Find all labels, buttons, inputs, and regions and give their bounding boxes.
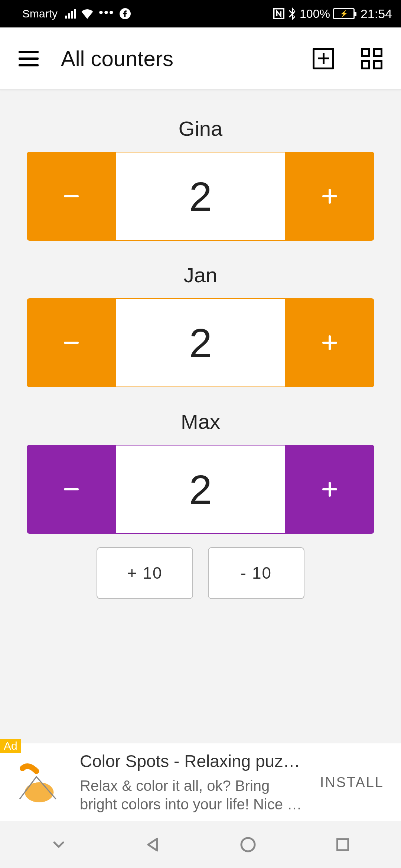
header-actions [313, 48, 382, 69]
ad-banner[interactable]: Ad Color Spots - Relaxing puzzle with d…… [0, 743, 401, 821]
battery-icon: ⚡ [333, 8, 355, 19]
counter-name: Jan [27, 263, 374, 287]
app-header: All counters [0, 27, 401, 90]
svg-rect-4 [337, 839, 348, 850]
ad-description: Relax & color it all, ok? Bring bright c… [80, 776, 307, 813]
nav-back-button[interactable] [142, 834, 164, 856]
counter-block: Jan 2 [27, 263, 374, 387]
increment-button[interactable] [285, 152, 374, 241]
decrement-button[interactable] [27, 445, 116, 534]
counter-row: 2 [27, 152, 374, 241]
counter-name: Max [27, 410, 374, 434]
minus-icon [64, 488, 79, 490]
keyboard-collapse-button[interactable] [48, 834, 70, 856]
counter-value[interactable]: 2 [116, 152, 285, 241]
step-buttons: + 10 - 10 [27, 547, 374, 599]
ad-badge: Ad [0, 739, 21, 753]
wifi-icon [81, 9, 94, 19]
facebook-icon [120, 8, 131, 19]
signal-icon [65, 9, 76, 19]
counter-value[interactable]: 2 [116, 445, 285, 534]
ad-install-button[interactable]: INSTALL [314, 775, 390, 790]
decrement-button[interactable] [27, 298, 116, 387]
counters-list: Gina 2 Jan 2 Max 2 + 10 - 10 [0, 90, 401, 599]
grid-view-button[interactable] [361, 48, 382, 69]
counter-value[interactable]: 2 [116, 298, 285, 387]
decrement-button[interactable] [27, 152, 116, 241]
nfc-icon [273, 8, 285, 20]
counter-block: Max 2 + 10 - 10 [27, 410, 374, 599]
battery-percentage: 100% [300, 7, 330, 21]
nav-home-button[interactable] [237, 834, 259, 856]
status-right: 100% ⚡ 21:54 [273, 7, 392, 21]
plus-icon [322, 482, 337, 497]
android-nav-bar [0, 821, 401, 868]
add-counter-button[interactable] [313, 48, 334, 69]
ad-title: Color Spots - Relaxing puzzle with d… [80, 751, 307, 771]
plus-icon [322, 189, 337, 204]
counter-block: Gina 2 [27, 116, 374, 241]
carrier-label: Smarty [22, 7, 58, 20]
minus-ten-button[interactable]: - 10 [208, 547, 304, 599]
bluetooth-icon [288, 7, 297, 20]
plus-icon [322, 335, 337, 350]
increment-button[interactable] [285, 445, 374, 534]
nav-recent-button[interactable] [332, 834, 354, 856]
increment-button[interactable] [285, 298, 374, 387]
status-left: Smarty ••• [22, 7, 131, 20]
ad-text: Color Spots - Relaxing puzzle with d… Re… [72, 751, 314, 813]
svg-point-3 [241, 838, 255, 851]
plus-ten-button[interactable]: + 10 [97, 547, 193, 599]
menu-icon[interactable] [19, 51, 39, 66]
minus-icon [64, 342, 79, 344]
ad-thumbnail [0, 746, 72, 819]
clock: 21:54 [361, 7, 392, 21]
counter-name: Gina [27, 116, 374, 141]
counter-row: 2 [27, 298, 374, 387]
android-status-bar: Smarty ••• 100% ⚡ 21:54 [0, 0, 401, 27]
minus-icon [64, 195, 79, 197]
page-title: All counters [61, 46, 290, 71]
counter-row: 2 [27, 445, 374, 534]
